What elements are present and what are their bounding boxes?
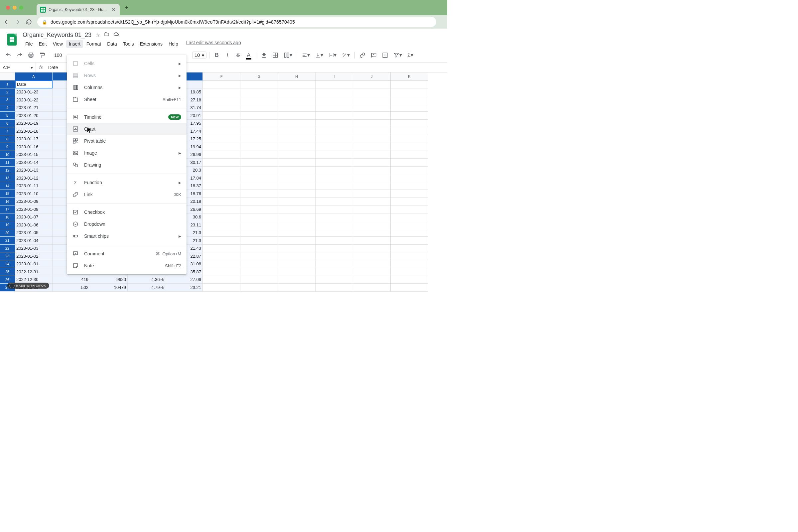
col-header-K[interactable]: K	[391, 73, 428, 80]
cell[interactable]	[241, 127, 278, 135]
cell[interactable]: 10479	[90, 284, 128, 291]
cell[interactable]	[353, 276, 391, 284]
row-header[interactable]: 5	[0, 112, 15, 120]
row-header[interactable]: 23	[0, 252, 15, 260]
cell[interactable]	[278, 112, 316, 120]
cell[interactable]	[203, 80, 241, 89]
menu-data[interactable]: Data	[104, 40, 120, 48]
cell[interactable]: 23.21	[165, 284, 203, 291]
row-header[interactable]: 19	[0, 221, 15, 229]
cell[interactable]	[241, 174, 278, 182]
cell[interactable]	[391, 80, 428, 89]
cell[interactable]	[241, 120, 278, 128]
cell[interactable]	[353, 237, 391, 245]
cell[interactable]	[203, 276, 241, 284]
cell[interactable]	[353, 174, 391, 182]
cell[interactable]	[391, 237, 428, 245]
col-header-F[interactable]: F	[203, 73, 241, 80]
cell[interactable]	[241, 158, 278, 167]
cell[interactable]	[353, 89, 391, 96]
cell[interactable]	[353, 135, 391, 143]
row-header[interactable]: 7	[0, 127, 15, 135]
cell[interactable]: 2023-01-06	[15, 221, 53, 229]
last-edit-link[interactable]: Last edit was seconds ago	[186, 40, 241, 48]
strikethrough-button[interactable]: S	[233, 50, 243, 60]
cell[interactable]: 9620	[90, 276, 128, 284]
row-header[interactable]: 9	[0, 143, 15, 151]
cell[interactable]	[203, 190, 241, 198]
cell[interactable]	[316, 167, 353, 174]
menu-insert[interactable]: Insert	[66, 40, 83, 48]
cell[interactable]	[278, 190, 316, 198]
cell[interactable]	[316, 89, 353, 96]
reload-button[interactable]	[26, 19, 32, 25]
cell[interactable]	[353, 127, 391, 135]
row-header[interactable]: 18	[0, 213, 15, 222]
insert-checkbox-item[interactable]: Checkbox	[67, 206, 187, 218]
menu-format[interactable]: Format	[84, 40, 104, 48]
cell[interactable]	[203, 143, 241, 151]
cell[interactable]	[241, 206, 278, 213]
cell[interactable]	[391, 268, 428, 276]
italic-button[interactable]: I	[223, 50, 232, 60]
cell[interactable]	[316, 229, 353, 237]
filter-button[interactable]: ▾	[391, 50, 404, 60]
cell[interactable]	[278, 151, 316, 159]
insert-note-item[interactable]: Note Shift+F2	[67, 260, 187, 272]
cell[interactable]	[316, 96, 353, 104]
row-header[interactable]: 8	[0, 135, 15, 143]
cell[interactable]	[353, 112, 391, 120]
cell[interactable]	[203, 167, 241, 174]
insert-drawing-item[interactable]: Drawing	[67, 159, 187, 171]
cell[interactable]	[203, 112, 241, 120]
cell[interactable]: 2023-01-05	[15, 229, 53, 237]
cell[interactable]	[241, 284, 278, 291]
undo-button[interactable]	[3, 50, 13, 60]
row-header[interactable]: 15	[0, 190, 15, 198]
cell[interactable]: 2023-01-09	[15, 198, 53, 206]
cell[interactable]	[203, 245, 241, 253]
cell[interactable]	[203, 206, 241, 213]
menu-extensions[interactable]: Extensions	[137, 40, 165, 48]
cell[interactable]: 2023-01-03	[15, 245, 53, 253]
cell[interactable]	[278, 127, 316, 135]
row-header[interactable]: 11	[0, 158, 15, 167]
cell[interactable]	[203, 151, 241, 159]
cell[interactable]	[391, 120, 428, 128]
cell[interactable]	[391, 190, 428, 198]
row-header[interactable]: 20	[0, 229, 15, 237]
cell[interactable]	[278, 206, 316, 213]
functions-button[interactable]: Σ▾	[405, 50, 415, 60]
cell[interactable]: 2023-01-16	[15, 143, 53, 151]
row-header[interactable]: 4	[0, 104, 15, 112]
cell[interactable]	[203, 229, 241, 237]
cell[interactable]	[278, 260, 316, 268]
cell[interactable]	[241, 268, 278, 276]
insert-image-item[interactable]: Image ▶	[67, 147, 187, 159]
cell[interactable]: 2023-01-18	[15, 127, 53, 135]
insert-link-item[interactable]: Link ⌘K	[67, 189, 187, 201]
cell[interactable]	[278, 284, 316, 291]
cell[interactable]: 419	[53, 276, 90, 284]
cell[interactable]: 2023-01-13	[15, 167, 53, 174]
row-header[interactable]: 2	[0, 89, 15, 96]
cell[interactable]	[278, 245, 316, 253]
cell[interactable]	[353, 252, 391, 260]
cell[interactable]	[353, 213, 391, 222]
cell[interactable]	[391, 104, 428, 112]
cell[interactable]: 2023-01-15	[15, 151, 53, 159]
cell[interactable]	[353, 80, 391, 89]
insert-timeline-item[interactable]: Timeline New	[67, 111, 187, 123]
cell[interactable]: 2023-01-23	[15, 89, 53, 96]
chart-button[interactable]	[380, 50, 390, 60]
cell[interactable]	[241, 190, 278, 198]
cell[interactable]	[203, 96, 241, 104]
cell[interactable]	[391, 276, 428, 284]
cell[interactable]	[203, 252, 241, 260]
cell[interactable]	[353, 158, 391, 167]
cell[interactable]	[391, 213, 428, 222]
cell[interactable]	[203, 135, 241, 143]
cell[interactable]	[353, 182, 391, 190]
close-window-icon[interactable]	[6, 6, 10, 10]
cell[interactable]	[278, 89, 316, 96]
